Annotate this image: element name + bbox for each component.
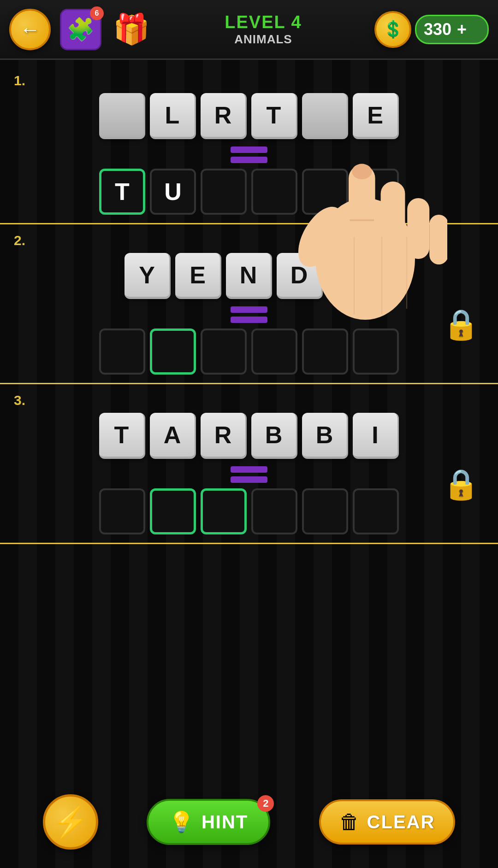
divider-3 <box>0 543 498 544</box>
section-number-3: 3. <box>14 393 484 408</box>
letter-tile[interactable]: L <box>150 93 196 139</box>
letter-tile[interactable]: R <box>201 93 247 139</box>
letter-tile[interactable]: N <box>226 253 272 299</box>
gift-button[interactable]: 🎁 <box>111 9 152 50</box>
answer-tile[interactable] <box>353 328 399 375</box>
letter-tile[interactable]: Y <box>125 253 171 299</box>
add-coins-button[interactable]: + <box>457 20 467 39</box>
lock-icon-2: 🔒 <box>443 307 480 342</box>
answer-tile[interactable] <box>302 328 348 375</box>
hint-button[interactable]: 💡 HINT 2 <box>147 799 270 845</box>
equals-bar <box>231 317 267 323</box>
answer-row-2 <box>14 328 484 375</box>
letter-tile[interactable]: I <box>353 413 399 459</box>
answer-row-3 <box>14 488 484 534</box>
coin-icon: 💲 <box>374 11 411 48</box>
answer-tile[interactable] <box>302 169 348 215</box>
scrambled-row-3: T A R B B I <box>14 413 484 459</box>
equals-3 <box>14 466 484 483</box>
hint-label: HINT <box>202 812 248 833</box>
letter-tile[interactable]: E <box>175 253 221 299</box>
equals-bar <box>231 147 267 153</box>
header: ← 🧩 6 🎁 LEVEL 4 ANIMALS 💲 330 + <box>0 0 498 60</box>
scrambled-row-1: L R T E <box>14 93 484 139</box>
coin-count: 330 <box>424 20 451 39</box>
answer-row-1: T U <box>14 169 484 215</box>
section-number-2: 2. <box>14 233 484 248</box>
letter-tile[interactable]: D <box>277 253 323 299</box>
hint-count-badge: 2 <box>257 795 274 812</box>
equals-bar <box>231 157 267 163</box>
answer-tile[interactable] <box>201 328 247 375</box>
answer-tile[interactable] <box>99 328 145 375</box>
bolt-icon: ⚡ <box>52 805 89 839</box>
lightbulb-icon: 💡 <box>169 810 194 834</box>
dollar-icon: 💲 <box>383 20 403 39</box>
answer-tile[interactable] <box>150 488 196 534</box>
gift-icon: 🎁 <box>113 12 150 47</box>
answer-tile[interactable] <box>201 488 247 534</box>
back-arrow-icon: ← <box>20 19 40 40</box>
main-content: 1. L R T E T U <box>0 60 498 553</box>
equals-bar <box>231 466 267 473</box>
letter-tile[interactable]: R <box>201 413 247 459</box>
puzzle-button[interactable]: 🧩 6 <box>60 9 101 50</box>
letter-tile[interactable]: K <box>327 253 374 299</box>
answer-tile[interactable] <box>251 328 297 375</box>
puzzle-section-2: 2. Y E N D K 🔒 <box>14 233 484 375</box>
letter-tile[interactable]: T <box>99 413 145 459</box>
letter-tile[interactable]: E <box>353 93 399 139</box>
level-info: LEVEL 4 ANIMALS <box>161 12 365 47</box>
coin-bar: 330 + <box>415 15 489 44</box>
equals-bar <box>231 306 267 313</box>
equals-2 <box>14 306 484 323</box>
bolt-button[interactable]: ⚡ <box>43 794 98 850</box>
answer-tile[interactable] <box>353 488 399 534</box>
bottom-toolbar: ⚡ 💡 HINT 2 🗑 CLEAR <box>0 794 498 850</box>
answer-tile[interactable] <box>302 488 348 534</box>
coin-area: 💲 330 + <box>374 11 489 48</box>
answer-tile[interactable] <box>150 328 196 375</box>
answer-tile[interactable]: T <box>99 169 145 215</box>
equals-bar <box>231 476 267 483</box>
scrambled-row-2: Y E N D K <box>14 253 484 299</box>
letter-tile[interactable] <box>302 93 348 139</box>
answer-tile[interactable] <box>99 488 145 534</box>
clear-label: CLEAR <box>367 812 435 833</box>
trash-icon: 🗑 <box>339 810 360 833</box>
letter-tile[interactable]: A <box>150 413 196 459</box>
category-label: ANIMALS <box>161 32 365 47</box>
section-number-1: 1. <box>14 73 484 88</box>
letter-tile[interactable] <box>99 93 145 139</box>
letter-tile[interactable]: T <box>251 93 297 139</box>
puzzle-icon: 🧩 <box>67 17 95 42</box>
puzzle-section-1: 1. L R T E T U <box>14 73 484 215</box>
answer-tile[interactable]: U <box>150 169 196 215</box>
puzzle-section-3: 3. T A R B B I 🔒 <box>14 393 484 534</box>
equals-1 <box>14 147 484 163</box>
answer-tile[interactable] <box>251 169 297 215</box>
letter-tile[interactable]: B <box>302 413 348 459</box>
letter-tile[interactable]: B <box>251 413 297 459</box>
divider-1 <box>0 223 498 224</box>
back-button[interactable]: ← <box>9 9 51 50</box>
answer-tile[interactable] <box>251 488 297 534</box>
answer-tile[interactable] <box>353 169 399 215</box>
divider-2 <box>0 383 498 384</box>
clear-button[interactable]: 🗑 CLEAR <box>319 799 456 845</box>
lock-icon-3: 🔒 <box>443 467 480 502</box>
answer-tile[interactable] <box>201 169 247 215</box>
level-label: LEVEL 4 <box>161 12 365 32</box>
puzzle-badge: 6 <box>90 6 104 20</box>
